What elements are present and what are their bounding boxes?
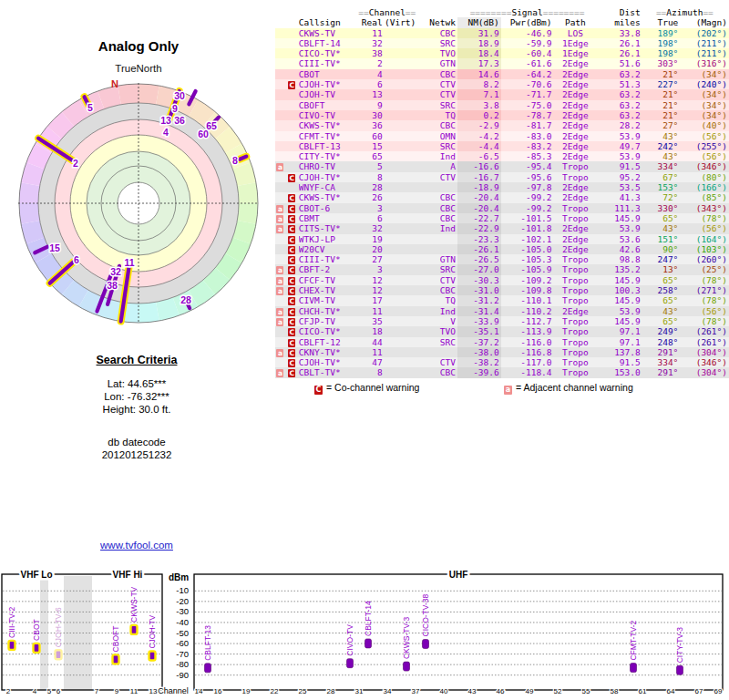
adjacent-warning-cell (275, 172, 287, 182)
real-channel-cell: 36 (358, 120, 384, 130)
path-cell: Tropo (554, 161, 600, 171)
virtual-channel-cell (385, 316, 418, 326)
virtual-channel-cell (385, 58, 418, 68)
network-cell: CBC (417, 120, 457, 130)
callsign-cell: CHEX-TV (299, 285, 359, 295)
plot-frame (194, 574, 723, 690)
co-channel-warning-cell: C (287, 285, 299, 295)
co-channel-warning-cell (287, 120, 299, 130)
miles-cell: 111.3 (599, 203, 642, 213)
co-channel-warning-cell: C (287, 295, 299, 305)
power-cell: -60.4 (501, 48, 554, 58)
path-cell: LOS (554, 28, 600, 38)
miles-cell: 41.3 (599, 192, 642, 202)
virtual-channel-cell (385, 192, 418, 202)
network-cell: TQ (417, 295, 457, 305)
power-cell: -102.1 (501, 234, 554, 244)
path-cell: Tropo (554, 326, 600, 336)
vhf-hi-label: VHF Hi (113, 570, 143, 580)
network-cell: TQ (417, 110, 457, 120)
real-channel-cell: 20 (358, 244, 384, 254)
network-cell: Ind (417, 306, 457, 316)
real-channel-cell: 5 (358, 161, 384, 171)
virtual-channel-cell (385, 131, 418, 141)
miles-cell: 33.8 (599, 28, 642, 38)
network-cell: SRC (417, 38, 457, 48)
real-channel-cell: 12 (358, 275, 384, 285)
callsign-cell: CBMT (299, 213, 359, 223)
callsign-cell: CJOH-TV* (299, 357, 359, 367)
power-cell: -105.3 (501, 254, 554, 264)
tvfool-link[interactable]: www.tvfool.com (100, 540, 173, 551)
network-cell: CTV (417, 89, 457, 99)
callsign-cell: CBLT-TV* (299, 367, 359, 377)
station-row: CFMT-TV*60OMN-4.2-83.02Edge53.943°(56°) (275, 131, 729, 141)
magnetic-azimuth-cell: (78°) (680, 275, 729, 285)
virtual-channel-cell (385, 151, 418, 161)
adjacent-warning-cell: a (275, 347, 287, 357)
magnetic-azimuth-cell: (271°) (680, 285, 729, 295)
longitude-value: Lon: -76.32*** (36, 390, 237, 403)
network-cell (417, 234, 457, 244)
adjacent-warning-cell (275, 110, 287, 120)
adjacent-warning-cell: a (275, 213, 287, 223)
adjacent-warning-cell (275, 254, 287, 264)
true-azimuth-cell: 21° (642, 89, 681, 99)
co-channel-warning-cell: C (287, 367, 299, 377)
virtual-channel-cell (385, 254, 418, 264)
radar-channel-label: 6 (74, 254, 79, 265)
radar-title: Analog Only (98, 38, 180, 54)
station-row: CCJOH-TV*6CTV8.2-70.62Edge51.3227°(240°) (275, 79, 729, 89)
virtual-channel-cell (385, 182, 418, 192)
callsign-cell: CJOH-TV (299, 89, 359, 99)
adjacent-warning-cell (275, 337, 287, 347)
station-marker (113, 654, 119, 664)
channel-tick-label: 14 (195, 687, 203, 695)
co-channel-warning-cell (287, 141, 299, 151)
network-cell: CBC (417, 69, 457, 79)
station-callsign-label: CBLFT-13 (203, 625, 212, 661)
miles-cell: 53.9 (599, 131, 642, 141)
magnetic-azimuth-cell: (40°) (680, 120, 729, 130)
noise-margin-cell: -31.0 (457, 285, 501, 295)
adjacent-warning-cell: a (275, 316, 287, 326)
magnetic-azimuth-cell: (80°) (680, 172, 729, 182)
virtual-channel-cell (385, 48, 418, 58)
uhf-label: UHF (449, 570, 468, 580)
power-cell: -99.2 (501, 192, 554, 202)
true-azimuth-cell: 43° (642, 131, 681, 141)
miles-cell: 28.2 (599, 120, 642, 130)
co-channel-warning-cell: C (287, 254, 299, 264)
path-cell: 1Edge (554, 38, 600, 48)
magn-az-header: (Magn) (680, 17, 729, 27)
real-channel-cell: 18 (358, 326, 384, 336)
virtual-channel-cell (385, 275, 418, 285)
adjacent-warning-cell (275, 28, 287, 38)
noise-margin-cell: -22.7 (457, 213, 501, 223)
co-channel-warning-cell: C (287, 79, 299, 89)
network-cell: GTN (417, 58, 457, 68)
co-channel-warning-cell: C (287, 203, 299, 213)
station-row: aCCKNY-TV*11-38.0-116.8Tropo137.8291°(30… (275, 347, 729, 357)
channel-tick-label: 2 (6, 687, 11, 695)
noise-margin-cell: -38.2 (457, 357, 501, 367)
azimuth-hue-ring-segment (237, 203, 258, 224)
true-azimuth-cell: 227° (642, 79, 681, 89)
azimuth-hue-ring-segment (139, 302, 159, 323)
noise-margin-cell: -37.2 (457, 337, 501, 347)
virtual-channel-cell (385, 141, 418, 151)
magnetic-azimuth-cell: (56°) (680, 131, 729, 141)
true-azimuth-cell: 90° (642, 244, 681, 254)
path-header: Path (554, 17, 600, 27)
power-cell: -101.5 (501, 213, 554, 223)
virtual-channel-cell (385, 306, 418, 316)
network-cell: CBC (417, 192, 457, 202)
noise-margin-cell: 31.9 (457, 28, 501, 38)
station-bar (240, 157, 246, 160)
channel-tick-label: 6 (56, 687, 61, 695)
azimuth-hue-ring-segment (19, 203, 40, 224)
real-channel-cell: 6 (358, 213, 384, 223)
miles-cell: 42.6 (599, 244, 642, 254)
miles-cell: 153.0 (599, 367, 642, 377)
miles-cell: 91.5 (599, 161, 642, 171)
